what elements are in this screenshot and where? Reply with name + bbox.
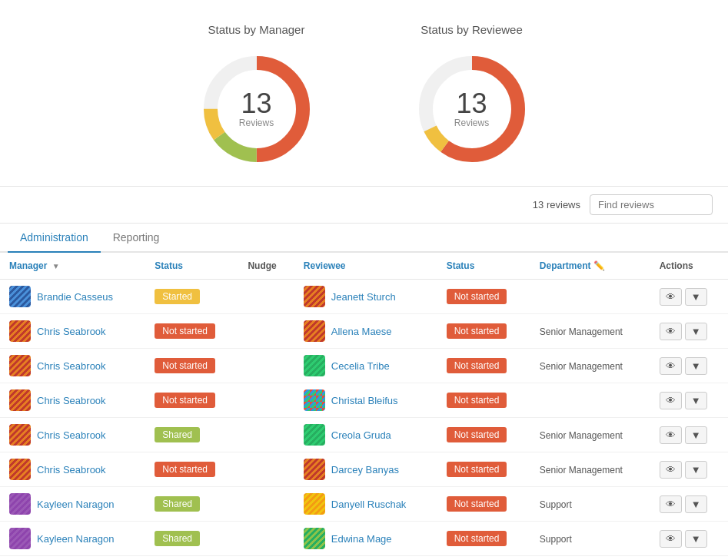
reviewee-name[interactable]: Christal Bleifus xyxy=(331,395,398,406)
manager-name[interactable]: Chris Seabrook xyxy=(37,464,106,476)
col-nudge: Nudge xyxy=(238,253,294,280)
manager-name[interactable]: Chris Seabrook xyxy=(37,395,106,406)
manager-name[interactable]: Kayleen Naragon xyxy=(37,533,114,545)
manager-label: Reviews xyxy=(239,118,274,128)
reviewee-name[interactable]: Jeanett Sturch xyxy=(331,291,396,303)
table-section: Manager ▼ Status Nudge Reviewee Status D… xyxy=(0,253,728,560)
reviewee-name[interactable]: Darcey Banyas xyxy=(331,464,399,476)
manager-status-cell: Not started xyxy=(145,383,238,418)
reviewee-cell: Frida Koets xyxy=(294,556,437,561)
reviewee-avatar xyxy=(304,424,325,446)
reviewee-name[interactable]: Allena Maese xyxy=(331,326,392,337)
manager-count: 13 xyxy=(239,90,274,118)
view-button[interactable]: 👁 xyxy=(660,426,682,444)
nudge-cell xyxy=(238,522,294,556)
actions-cell: 👁 ▼ xyxy=(650,349,728,383)
manager-status-badge: Not started xyxy=(155,393,215,408)
reviewee-status-cell: Not started xyxy=(437,452,530,487)
manager-status-cell: Not started xyxy=(145,452,238,487)
table-row: Kayleen Naragon Shared Edwina Mage Not s… xyxy=(0,522,728,556)
col-manager[interactable]: Manager ▼ xyxy=(0,253,145,280)
department-text: Senior Management xyxy=(540,465,623,476)
department-text: Senior Management xyxy=(540,430,623,441)
department-text: Senior Management xyxy=(540,326,623,337)
dropdown-button[interactable]: ▼ xyxy=(685,288,707,306)
manager-avatar xyxy=(9,424,31,446)
department-cell: Support xyxy=(530,487,650,522)
reviewee-avatar xyxy=(304,355,325,376)
nudge-cell xyxy=(238,383,294,418)
reviewee-avatar xyxy=(304,286,325,307)
reviewee-status-cell: Not started xyxy=(437,522,530,556)
reviewee-avatar xyxy=(304,320,325,342)
manager-name[interactable]: Chris Seabrook xyxy=(37,326,106,337)
reviewee-cell: Darcey Banyas xyxy=(294,452,437,487)
manager-name[interactable]: Kayleen Naragon xyxy=(37,499,114,510)
department-cell xyxy=(530,383,650,418)
manager-status-badge: Shared xyxy=(155,427,200,442)
manager-name[interactable]: Brandie Casseus xyxy=(37,291,113,303)
reviewee-name[interactable]: Edwina Mage xyxy=(331,533,392,545)
reviewee-avatar xyxy=(304,389,325,411)
table-row: Kayleen Naragon Shared Danyell Ruschak N… xyxy=(0,487,728,522)
table-row: Chris Seabrook Not started Allena Maese … xyxy=(0,314,728,349)
charts-section: Status by Manager 13 Reviews Status by R… xyxy=(0,0,728,187)
search-input[interactable] xyxy=(590,194,713,215)
nudge-cell xyxy=(238,280,294,314)
manager-cell: Kayleen Naragon xyxy=(0,487,145,522)
dropdown-button[interactable]: ▼ xyxy=(685,461,707,479)
dropdown-button[interactable]: ▼ xyxy=(685,530,707,548)
manager-cell: Chris Seabrook xyxy=(0,418,145,452)
dropdown-button[interactable]: ▼ xyxy=(685,392,707,409)
department-cell: Senior Management xyxy=(530,452,650,487)
view-button[interactable]: 👁 xyxy=(660,530,682,548)
col-reviewee-status: Status xyxy=(437,253,530,280)
reviewee-status-badge: Not started xyxy=(447,462,507,477)
reviewee-name[interactable]: Creola Gruda xyxy=(331,429,391,441)
department-text: Support xyxy=(540,534,572,545)
view-button[interactable]: 👁 xyxy=(660,495,682,513)
dropdown-button[interactable]: ▼ xyxy=(685,357,707,375)
view-button[interactable]: 👁 xyxy=(660,357,682,375)
reviewee-cell: Allena Maese xyxy=(294,314,437,349)
manager-avatar xyxy=(9,528,31,549)
reviewee-status-cell: Not started xyxy=(437,418,530,452)
manager-status-badge: Not started xyxy=(155,323,215,339)
reviewee-status-badge: Not started xyxy=(447,289,507,304)
tab-reporting[interactable]: Reporting xyxy=(101,224,172,253)
reviewee-name[interactable]: Cecelia Tribe xyxy=(331,360,390,372)
nudge-cell xyxy=(238,349,294,383)
reviewee-status-badge: Not started xyxy=(447,358,507,373)
view-button[interactable]: 👁 xyxy=(660,392,682,409)
dropdown-button[interactable]: ▼ xyxy=(685,426,707,444)
manager-status-badge: Not started xyxy=(155,358,215,373)
reviewee-status-badge: Not started xyxy=(447,323,507,339)
reviewee-chart-title: Status by Reviewee xyxy=(421,23,523,36)
reviewee-chart: Status by Reviewee 13 Reviews xyxy=(411,23,534,171)
reviewee-status-cell: Not started xyxy=(437,314,530,349)
reviewee-status-badge: Not started xyxy=(447,393,507,408)
reviewee-status-badge: Not started xyxy=(447,427,507,442)
table-header-row: Manager ▼ Status Nudge Reviewee Status D… xyxy=(0,253,728,280)
reviewee-name[interactable]: Danyell Ruschak xyxy=(331,499,407,510)
view-button[interactable]: 👁 xyxy=(660,461,682,479)
tab-administration[interactable]: Administration xyxy=(8,224,101,253)
manager-status-cell: Not started xyxy=(145,349,238,383)
reviews-table: Manager ▼ Status Nudge Reviewee Status D… xyxy=(0,253,728,560)
reviewee-avatar xyxy=(304,528,325,549)
view-button[interactable]: 👁 xyxy=(660,323,682,340)
reviewee-donut-center: 13 Reviews xyxy=(454,90,489,128)
view-button[interactable]: 👁 xyxy=(660,288,682,306)
nudge-cell xyxy=(238,487,294,522)
manager-name[interactable]: Chris Seabrook xyxy=(37,360,106,372)
manager-name[interactable]: Chris Seabrook xyxy=(37,429,106,441)
edit-icon[interactable]: ✏️ xyxy=(593,260,605,271)
manager-donut-center: 13 Reviews xyxy=(239,90,274,128)
manager-status-badge: Not started xyxy=(155,462,215,477)
reviewee-donut: 13 Reviews xyxy=(411,48,534,171)
dropdown-button[interactable]: ▼ xyxy=(685,495,707,513)
reviewee-label: Reviews xyxy=(454,118,489,128)
manager-cell: Chris Seabrook xyxy=(0,452,145,487)
actions-cell: 👁 ▼ xyxy=(650,418,728,452)
dropdown-button[interactable]: ▼ xyxy=(685,323,707,340)
